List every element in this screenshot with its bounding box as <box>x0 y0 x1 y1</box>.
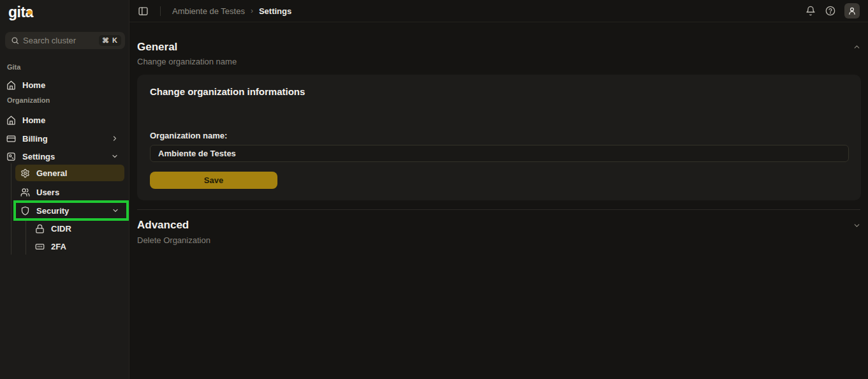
search-box[interactable]: ⌘ K <box>5 32 125 49</box>
section-divider <box>137 209 860 210</box>
general-section-title: General <box>137 41 177 54</box>
sidebar-item-label: Home <box>22 115 45 125</box>
settings-icon <box>6 152 16 161</box>
sidebar-item-security[interactable]: Security <box>15 202 124 219</box>
search-input[interactable] <box>23 36 95 45</box>
advanced-section-subtitle: Delete Organization <box>137 235 210 245</box>
breadcrumb-org[interactable]: Ambiente de Testes <box>172 6 245 16</box>
lock-icon <box>35 224 45 234</box>
sidebar-group-organization: Organization <box>7 96 50 104</box>
home-icon <box>6 80 16 90</box>
app-logo: gita <box>8 4 33 21</box>
breadcrumb-current: Settings <box>259 6 291 16</box>
save-button[interactable]: Save <box>150 172 277 189</box>
sidebar-item-home-org[interactable]: Home <box>6 112 124 128</box>
security-submenu-indent-line <box>26 219 26 255</box>
chevron-down-icon <box>111 152 119 160</box>
sidebar-toggle-icon[interactable] <box>138 6 149 17</box>
settings-submenu-indent-line <box>11 163 11 255</box>
general-section-subtitle: Change organization name <box>137 57 237 66</box>
organization-info-card: Change organization informations Organiz… <box>137 75 861 200</box>
help-icon[interactable] <box>825 6 835 16</box>
chevron-down-icon <box>112 207 119 214</box>
sidebar-item-label: Billing <box>22 134 48 144</box>
chevron-right-icon <box>111 135 119 142</box>
advanced-section-expand-icon[interactable] <box>853 221 861 230</box>
breadcrumb: Ambiente de Testes › Settings <box>172 6 291 16</box>
sidebar-item-billing[interactable]: Billing <box>6 130 124 147</box>
advanced-section-title: Advanced <box>137 219 189 232</box>
passcode-icon <box>35 242 45 251</box>
sidebar-item-label: Home <box>22 80 45 90</box>
main-content: General Change organization name Change … <box>129 22 868 379</box>
sidebar-item-users[interactable]: Users <box>15 184 124 200</box>
user-menu-button[interactable] <box>844 3 860 19</box>
home-icon <box>6 115 16 125</box>
sidebar-group-gita: Gita <box>7 63 20 71</box>
sidebar-item-general[interactable]: General <box>15 165 124 181</box>
sidebar-item-label: General <box>36 168 67 178</box>
user-icon <box>848 6 857 15</box>
search-shortcut-badge: ⌘ K <box>99 35 121 46</box>
sidebar-item-label: Security <box>36 206 69 216</box>
organization-name-label: Organization name: <box>150 131 227 140</box>
shield-icon <box>20 206 30 216</box>
topbar-divider <box>160 6 161 16</box>
notifications-bell-icon[interactable] <box>805 6 816 16</box>
gear-icon <box>20 168 30 178</box>
sidebar-item-cidr[interactable]: CIDR <box>30 220 124 237</box>
sidebar-item-home-gita[interactable]: Home <box>6 77 124 93</box>
sidebar-item-2fa[interactable]: 2FA <box>30 238 124 255</box>
sidebar-item-label: Settings <box>22 152 55 161</box>
credit-card-icon <box>6 134 16 144</box>
sidebar-item-label: Users <box>36 188 59 197</box>
general-section-collapse-icon[interactable] <box>853 43 861 51</box>
app-window: gita ⌘ K Gita Home Organization Home Bil… <box>0 0 868 379</box>
search-icon <box>11 36 19 45</box>
users-icon <box>20 188 30 197</box>
sidebar-item-settings[interactable]: Settings <box>6 148 124 165</box>
card-title: Change organization informations <box>150 86 305 97</box>
top-bar: Ambiente de Testes › Settings <box>129 0 868 22</box>
sidebar: gita ⌘ K Gita Home Organization Home Bil… <box>0 0 129 379</box>
sidebar-item-label: 2FA <box>51 242 66 251</box>
organization-name-input[interactable] <box>150 145 849 162</box>
sidebar-item-label: CIDR <box>51 224 71 234</box>
logo-text-git: git <box>8 4 26 20</box>
breadcrumb-separator-icon: › <box>251 6 253 15</box>
